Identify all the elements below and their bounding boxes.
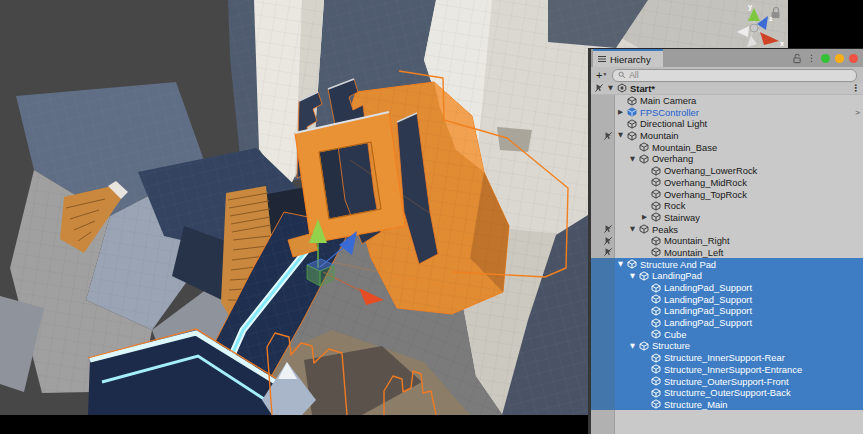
picking-toggle-icon[interactable] — [593, 83, 605, 93]
search-input[interactable]: All — [612, 69, 857, 82]
hierarchy-row-rock[interactable]: Rock — [591, 200, 863, 212]
row-gutter[interactable] — [591, 247, 615, 259]
hierarchy-row-overhang-lowerrock[interactable]: Overhang_LowerRock — [591, 165, 863, 177]
gameobject-cube-icon — [650, 189, 662, 199]
prefab-open-chevron-icon[interactable]: > — [855, 108, 863, 117]
row-gutter — [591, 352, 615, 364]
row-gutter — [591, 153, 615, 165]
row-label: Structure_InnerSupport-Entrance — [662, 364, 802, 375]
hierarchy-row-fpscontroller[interactable]: ▶FPSController> — [591, 106, 863, 118]
search-icon — [618, 71, 626, 79]
row-gutter[interactable] — [591, 223, 615, 235]
row-gutter — [591, 399, 615, 411]
expand-arrow[interactable]: ▼ — [627, 273, 638, 280]
row-label: Directional Light — [638, 118, 707, 129]
hierarchy-row-structure-innersupport-entrance[interactable]: Structure_InnerSupport-Entrance — [591, 364, 863, 376]
gameobject-cube-icon — [650, 318, 662, 328]
hierarchy-row-overhang[interactable]: ▼Overhang — [591, 153, 863, 165]
gameobject-cube-icon — [638, 271, 650, 281]
expand-arrow[interactable]: ▼ — [627, 226, 638, 233]
hierarchy-row-mountain-left[interactable]: Mountain_Left — [591, 247, 863, 259]
hierarchy-row-overhang-midrock[interactable]: Overhang_MidRock — [591, 177, 863, 189]
hierarchy-row-landingpad-support[interactable]: LandingPad_Support — [591, 317, 863, 329]
row-gutter — [591, 375, 615, 387]
row-label: Mountain — [638, 130, 679, 141]
hierarchy-row-structure[interactable]: ▼Structure — [591, 340, 863, 352]
expand-arrow[interactable]: ▼ — [615, 132, 626, 139]
gameobject-cube-icon — [650, 329, 662, 339]
row-label: Main Camera — [638, 95, 696, 106]
row-label: Structurre_OuterSupport-Back — [662, 387, 791, 398]
row-label: Overhang_LowerRock — [662, 165, 757, 176]
window-button-yellow[interactable] — [835, 54, 844, 63]
row-label: Mountain_Right — [662, 235, 730, 246]
hierarchy-row-peaks[interactable]: ▼Peaks — [591, 223, 863, 235]
hierarchy-row-landingpad-support[interactable]: LandingPad_Support — [591, 282, 863, 294]
gameobject-cube-icon — [638, 142, 650, 152]
row-label: Start* — [628, 83, 655, 94]
hierarchy-row-directional-light[interactable]: Directional Light — [591, 118, 863, 130]
indent — [615, 352, 639, 364]
row-gutter — [591, 364, 615, 376]
gameobject-cube-icon — [650, 201, 662, 211]
hierarchy-row-structure-and-pad[interactable]: ▼Structure And Pad — [591, 258, 863, 270]
row-gutter — [591, 270, 615, 282]
row-gutter[interactable] — [591, 235, 615, 247]
lock-icon[interactable] — [792, 53, 802, 64]
gameobject-cube-icon — [650, 306, 662, 316]
row-label: LandingPad_Support — [662, 305, 752, 316]
row-gutter — [591, 95, 615, 107]
hierarchy-row-structure-innersupport-rear[interactable]: Structure_InnerSupport-Rear — [591, 352, 863, 364]
window-button-green[interactable] — [821, 54, 830, 63]
gameobject-cube-icon — [650, 247, 662, 257]
create-object-button[interactable]: +▾ — [596, 70, 606, 81]
expand-arrow[interactable]: ▼ — [627, 343, 638, 350]
expand-arrow[interactable]: ▶ — [615, 109, 626, 116]
row-gutter[interactable] — [591, 130, 615, 142]
hierarchy-row-structurre-outersupport-back[interactable]: Structurre_OuterSupport-Back — [591, 387, 863, 399]
hierarchy-row-mountain-base[interactable]: Mountain_Base — [591, 141, 863, 153]
expand-arrow[interactable]: ▼ — [615, 261, 626, 268]
hierarchy-row-landingpad[interactable]: ▼LandingPad — [591, 270, 863, 282]
row-gutter — [591, 177, 615, 189]
expand-arrow[interactable]: ▼ — [627, 156, 638, 163]
expand-arrow[interactable]: ▶ — [639, 214, 650, 221]
gameobject-cube-icon — [650, 166, 662, 176]
gameobject-cube-icon — [650, 376, 662, 386]
hierarchy-row-main-camera[interactable]: Main Camera — [591, 95, 863, 107]
hierarchy-row-structure-main[interactable]: Structure_Main — [591, 399, 863, 411]
indent — [615, 364, 639, 376]
row-options-icon[interactable]: ⋮ — [851, 84, 863, 93]
row-label: Mountain_Base — [650, 142, 717, 153]
hierarchy-row-overhang-toprock[interactable]: Overhang_TopRock — [591, 188, 863, 200]
row-label: Rock — [662, 200, 685, 211]
hierarchy-row-stairway[interactable]: ▶Stairway — [591, 212, 863, 224]
indent — [615, 212, 639, 224]
hierarchy-row-mountain-right[interactable]: Mountain_Right — [591, 235, 863, 247]
expand-arrow[interactable]: ▼ — [605, 85, 616, 92]
indent — [615, 141, 627, 153]
gameobject-cube-icon — [650, 353, 662, 363]
tab-hierarchy[interactable]: Hierarchy — [593, 49, 663, 67]
hierarchy-row-structure-outersupport-front[interactable]: Structure_OuterSupport-Front — [591, 375, 863, 387]
hierarchy-row-start[interactable]: ▼Start*⋮ — [591, 83, 863, 95]
hierarchy-row-mountain[interactable]: ▼Mountain — [591, 130, 863, 142]
row-label: LandingPad_Support — [662, 294, 752, 305]
gameobject-cube-icon — [650, 236, 662, 246]
gameobject-cube-icon — [638, 341, 650, 351]
hierarchy-row-landingpad-support[interactable]: LandingPad_Support — [591, 305, 863, 317]
indent — [615, 153, 627, 165]
indent — [615, 328, 639, 340]
window-button-red[interactable] — [849, 54, 858, 63]
search-value: All — [629, 70, 638, 80]
gameobject-cube-icon — [626, 131, 638, 141]
row-gutter — [591, 118, 615, 130]
indent — [615, 387, 639, 399]
row-label: Cube — [662, 329, 686, 340]
gameobject-cube-icon — [650, 388, 662, 398]
hierarchy-row-cube[interactable]: Cube — [591, 328, 863, 340]
panel-options-icon[interactable]: ⋮ — [807, 54, 816, 63]
indent — [615, 317, 639, 329]
row-label: Overhang_MidRock — [662, 177, 747, 188]
hierarchy-row-landingpad-support[interactable]: LandingPad_Support — [591, 293, 863, 305]
